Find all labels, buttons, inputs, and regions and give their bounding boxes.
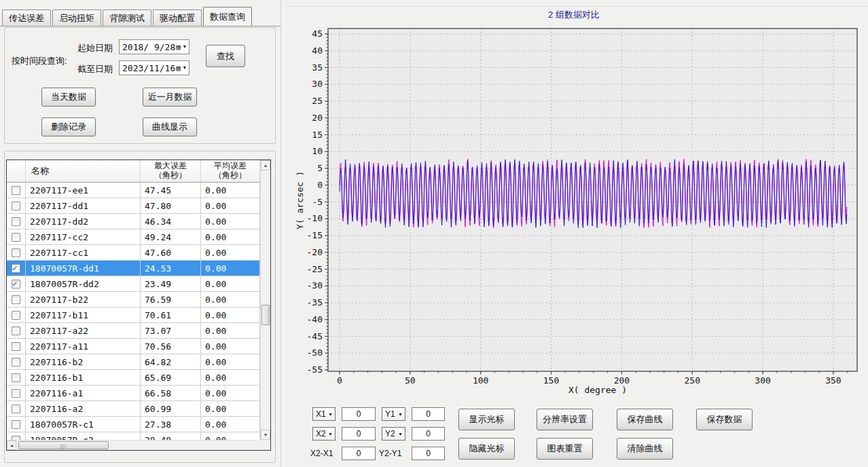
table-row[interactable]: 18070057R-dd124.530.00	[7, 261, 260, 276]
table-row[interactable]: 2207116-b264.820.00	[7, 354, 260, 370]
name-cell: 2207117-ee1	[26, 183, 141, 198]
calendar-icon: ▦	[176, 64, 181, 72]
name-cell: 18070057R-dd2	[26, 276, 141, 291]
x2-select[interactable]: X2▼	[312, 427, 336, 441]
table-row[interactable]: 18070057R-c127.380.00	[7, 417, 260, 432]
svg-text:0: 0	[337, 375, 342, 386]
row-checkbox[interactable]	[12, 405, 20, 413]
row-checkbox[interactable]	[12, 264, 20, 273]
scroll-down-icon[interactable]: ▼	[261, 430, 270, 440]
table-row[interactable]: 2207117-ee147.450.00	[7, 183, 260, 198]
table-row[interactable]: 2207117-b1170.610.00	[7, 307, 260, 323]
row-checkbox[interactable]	[12, 280, 20, 288]
chart-title: 2 组数据对比	[548, 10, 600, 20]
checkbox-cell	[7, 261, 26, 276]
table-row[interactable]: 2207116-a260.990.00	[7, 401, 260, 417]
dx-value-field[interactable]: 0	[342, 447, 376, 460]
y-axis-title: Y( arcsec )	[295, 171, 305, 229]
results-table-main: 名称 最大误差 （角秒） 平均误差 （角秒） 2207117-ee147.450…	[7, 160, 260, 440]
x1-select[interactable]: X1▼	[312, 407, 336, 421]
vertical-scroll-thumb[interactable]	[261, 305, 270, 325]
table-row[interactable]: 18070057R-dd223.490.00	[7, 276, 260, 292]
svg-text:100: 100	[473, 375, 488, 386]
table-row[interactable]: 2207116-b165.690.00	[7, 370, 260, 386]
clear-curve-button[interactable]: 清除曲线	[617, 438, 673, 460]
tab-drive-config[interactable]: 驱动配置	[153, 10, 202, 26]
row-checkbox[interactable]	[12, 342, 20, 351]
table-row[interactable]: 2207116-a166.580.00	[7, 386, 260, 401]
search-button[interactable]: 查找	[206, 45, 245, 67]
x2-value-field[interactable]: 0	[342, 427, 376, 441]
row-checkbox[interactable]	[12, 248, 20, 257]
svg-text:-50: -50	[307, 348, 323, 358]
row-checkbox[interactable]	[12, 389, 20, 398]
table-row[interactable]: 2207117-a2273.070.00	[7, 323, 260, 339]
row-checkbox[interactable]	[12, 295, 20, 304]
save-data-button[interactable]: 保存数据	[696, 409, 753, 430]
table-row[interactable]: 2207117-cc249.240.00	[7, 229, 260, 245]
row-checkbox[interactable]	[12, 420, 20, 429]
name-cell: 2207117-dd1	[26, 198, 141, 213]
max-error-cell: 73.07	[141, 323, 201, 338]
y2-select[interactable]: Y2▼	[382, 427, 405, 441]
horizontal-scrollbar[interactable]: ◄ ||| ►	[7, 440, 270, 450]
tab-transmission-error[interactable]: 传达误差	[2, 10, 51, 26]
table-row[interactable]: 2207117-a1170.560.00	[7, 339, 260, 354]
tab-data-query[interactable]: 数据查询	[203, 7, 252, 26]
name-cell: 2207117-b11	[26, 307, 141, 322]
max-error-cell: 47.60	[141, 245, 201, 260]
show-cursor-button[interactable]: 显示光标	[458, 409, 515, 430]
name-cell: 18070057R-c1	[26, 417, 141, 432]
dy-value-field[interactable]: 0	[412, 447, 445, 460]
table-row[interactable]: 2207117-dd246.340.00	[7, 214, 260, 229]
checkbox-cell	[7, 323, 26, 338]
tab-backlash-test[interactable]: 背隙测试	[103, 10, 151, 26]
end-date-picker[interactable]: 2023/11/16 ▦ ▼	[119, 60, 189, 75]
row-checkbox[interactable]	[12, 326, 20, 335]
checkbox-cell	[7, 339, 26, 354]
table-body: 2207117-ee147.450.002207117-dd147.800.00…	[7, 183, 260, 440]
scroll-up-icon[interactable]: ▲	[261, 160, 270, 170]
checkbox-cell	[7, 276, 26, 291]
hide-cursor-button[interactable]: 隐藏光标	[458, 438, 515, 460]
start-date-picker[interactable]: 2018/ 9/28 ▦ ▼	[119, 39, 189, 54]
row-checkbox[interactable]	[12, 311, 20, 320]
delete-record-button[interactable]: 删除记录	[41, 117, 96, 136]
row-checkbox[interactable]	[12, 202, 20, 210]
row-checkbox[interactable]	[12, 373, 20, 382]
header-avg-error[interactable]: 平均误差 （角秒）	[201, 160, 260, 182]
svg-text:-25: -25	[307, 264, 323, 274]
vertical-scrollbar[interactable]: ▲ ▼	[260, 160, 270, 440]
checkbox-cell	[7, 198, 26, 213]
max-error-cell: 47.45	[141, 183, 201, 198]
table-row[interactable]: 2207117-b2276.590.00	[7, 292, 260, 307]
svg-text:250: 250	[685, 375, 700, 386]
row-checkbox[interactable]	[12, 217, 20, 226]
header-max-error[interactable]: 最大误差 （角秒）	[141, 160, 201, 182]
header-name[interactable]: 名称	[26, 160, 141, 182]
x1-value-field[interactable]: 0	[342, 407, 376, 421]
horizontal-scroll-thumb[interactable]: |||	[18, 441, 109, 449]
last-month-data-button[interactable]: 近一月数据	[143, 88, 197, 107]
row-checkbox[interactable]	[12, 186, 20, 195]
y2-value-field[interactable]: 0	[412, 427, 445, 441]
table-row[interactable]: 2207117-dd147.800.00	[7, 198, 260, 214]
save-curve-button[interactable]: 保存曲线	[617, 409, 673, 430]
curve-display-button[interactable]: 曲线显示	[143, 117, 197, 136]
comparison-chart[interactable]: -55-50-45-40-35-30-25-20-15-10-505101520…	[285, 0, 868, 402]
table-row[interactable]: 18070057R-c228.480.00	[7, 432, 260, 440]
avg-error-cell: 0.00	[201, 432, 260, 440]
chart-reset-button[interactable]: 图表重置	[537, 438, 593, 460]
y1-value-field[interactable]: 0	[412, 407, 445, 421]
name-cell: 2207116-a2	[26, 401, 141, 416]
svg-text:-30: -30	[307, 280, 323, 291]
table-row[interactable]: 2207117-cc147.600.00	[7, 245, 260, 261]
today-data-button[interactable]: 当天数据	[41, 88, 96, 107]
row-checkbox[interactable]	[12, 233, 20, 242]
row-checkbox[interactable]	[12, 358, 20, 367]
resolution-settings-button[interactable]: 分辨率设置	[537, 409, 593, 430]
scroll-left-icon[interactable]: ◄	[7, 441, 16, 450]
y1-select[interactable]: Y1▼	[382, 407, 405, 421]
chevron-down-icon: ▼	[328, 412, 335, 417]
tab-starting-torque[interactable]: 启动扭矩	[52, 10, 101, 26]
